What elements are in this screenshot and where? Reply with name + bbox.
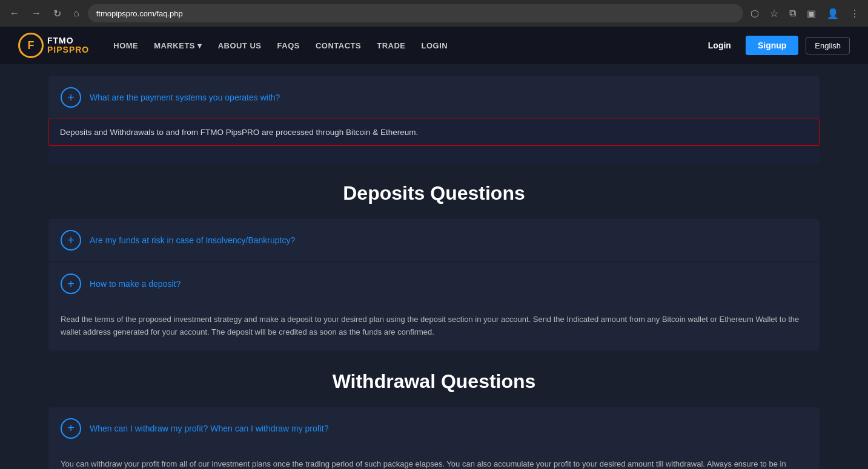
back-button[interactable]: ← (6, 5, 23, 21)
logo-text: FTMO PIPSPRO (47, 36, 89, 55)
payment-question-text: What are the payment systems you operate… (90, 93, 280, 102)
deposit-q2[interactable]: + How to make a deposit? (61, 274, 807, 294)
deposits-heading: Deposits Questions (48, 182, 820, 205)
payment-question[interactable]: + What are the payment systems you opera… (61, 87, 807, 108)
home-button[interactable]: ⌂ (70, 5, 83, 21)
deposit-q1[interactable]: + Are my funds at risk in case of Insolv… (61, 230, 807, 251)
withdrawal-questions-block: + When can I withdraw my profit? When ca… (48, 407, 820, 469)
nav-home[interactable]: HOME (107, 38, 144, 54)
signup-button[interactable]: Signup (746, 36, 798, 55)
nav-login[interactable]: LOGIN (415, 38, 454, 54)
deposit-q2-answer: Read the terms of the proposed investmen… (48, 305, 820, 350)
nav-right: Login Signup English (701, 36, 850, 55)
logo-letter: F (28, 39, 35, 52)
payment-answer-text: Deposits and Withdrawals to and from FTM… (60, 128, 808, 137)
withdrawal-heading: Withdrawal Questions (48, 370, 820, 393)
withdrawal-q1-expand-icon[interactable]: + (61, 418, 81, 439)
deposit-q1-text: Are my funds at risk in case of Insolven… (90, 235, 295, 245)
nav-faqs[interactable]: FAQS (271, 38, 306, 54)
translate-icon[interactable]: ⬡ (748, 7, 761, 21)
profile-icon[interactable]: 👤 (824, 7, 841, 21)
split-view-icon[interactable]: ▣ (804, 7, 818, 21)
payment-question-block: + What are the payment systems you opera… (48, 76, 820, 164)
withdrawal-q1-answer-text: You can withdraw your profit from all of… (61, 458, 807, 469)
address-bar[interactable] (88, 4, 743, 22)
nav-about[interactable]: ABOUT US (212, 38, 268, 54)
login-button[interactable]: Login (701, 37, 738, 54)
deposit-q2-text: How to make a deposit? (90, 279, 181, 289)
logo-ftmo: FTMO (47, 36, 89, 45)
payment-answer-box: Deposits and Withdrawals to and from FTM… (48, 119, 820, 146)
main-content: + What are the payment systems you opera… (0, 64, 868, 469)
extensions-icon[interactable]: ⧉ (787, 7, 798, 21)
withdrawal-section: Withdrawal Questions + When can I withdr… (48, 370, 820, 469)
bookmark-icon[interactable]: ☆ (767, 7, 781, 21)
menu-icon[interactable]: ⋮ (847, 7, 862, 21)
forward-button[interactable]: → (28, 5, 45, 21)
navbar: F FTMO PIPSPRO HOME MARKETS ▾ ABOUT US F… (0, 27, 868, 64)
deposit-q2-answer-text: Read the terms of the proposed investmen… (61, 313, 807, 339)
withdrawal-q1-text: When can I withdraw my profit? When can … (90, 424, 328, 433)
withdrawal-q1[interactable]: + When can I withdraw my profit? When ca… (61, 418, 807, 439)
deposit-q2-expand-icon[interactable]: + (61, 274, 81, 294)
browser-chrome: ← → ↻ ⌂ ⬡ ☆ ⧉ ▣ 👤 ⋮ (0, 0, 868, 27)
logo[interactable]: F FTMO PIPSPRO (18, 33, 89, 58)
nav-contacts[interactable]: CONTACTS (310, 38, 367, 54)
nav-links: HOME MARKETS ▾ ABOUT US FAQS CONTACTS TR… (107, 38, 701, 54)
logo-pips: PIPSPRO (47, 45, 89, 54)
reload-button[interactable]: ↻ (50, 5, 65, 22)
browser-toolbar: ⬡ ☆ ⧉ ▣ 👤 ⋮ (748, 7, 862, 21)
payment-expand-icon[interactable]: + (61, 87, 81, 108)
nav-markets[interactable]: MARKETS ▾ (148, 38, 208, 54)
logo-circle: F (18, 33, 44, 58)
nav-trade[interactable]: TRADE (371, 38, 411, 54)
deposits-questions-block: + Are my funds at risk in case of Insolv… (48, 219, 820, 352)
language-button[interactable]: English (806, 37, 850, 54)
deposits-section: Deposits Questions + Are my funds at ris… (48, 182, 820, 352)
deposit-q1-expand-icon[interactable]: + (61, 230, 81, 251)
withdrawal-q1-answer: You can withdraw your profit from all of… (48, 450, 820, 469)
